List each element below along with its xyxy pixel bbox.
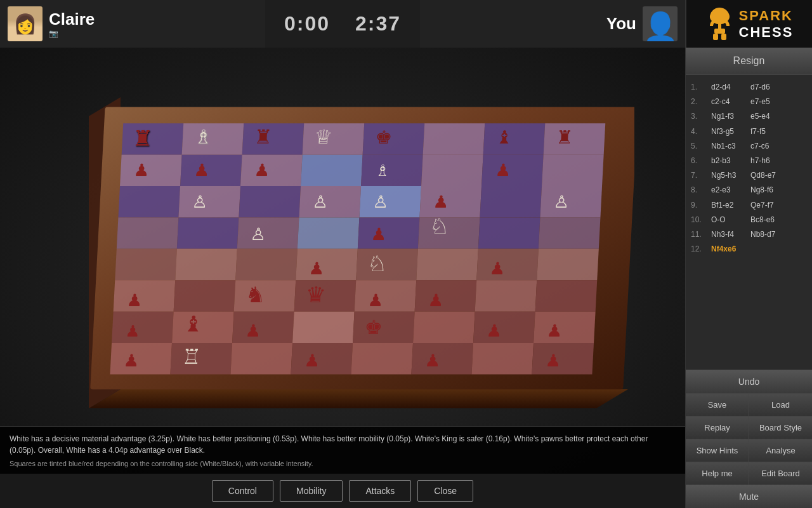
mute-button[interactable]: Mute [686,485,812,508]
move-num-3: 3. [691,110,709,123]
move-white-1: d2-d4 [711,81,748,93]
svg-rect-65 [291,343,353,374]
control-button[interactable]: Control [212,480,273,502]
svg-rect-54 [112,312,174,343]
svg-rect-16 [240,155,303,186]
svg-rect-25 [299,186,361,217]
svg-rect-60 [473,312,535,343]
move-black-4: f7-f5 [750,126,787,138]
save-load-row: Save Load [686,393,812,416]
player-silhouette-icon: 👤 [643,13,678,41]
hints-analyse-row: Show Hints Analyse [686,439,812,462]
move-white-6: b2-b3 [711,155,748,167]
svg-text:♝: ♝ [495,127,513,147]
move-black-2: e7-e5 [750,96,787,108]
svg-text:♟: ♟ [544,352,561,370]
move-row-12: 12. Nf4xe6 [688,242,809,257]
move-num-4: 4. [691,126,709,138]
move-num-10: 10. [691,214,709,226]
move-row-1: 1. d2-d4 d7-d6 [688,80,809,95]
svg-rect-67 [411,343,473,374]
close-button[interactable]: Close [417,480,473,502]
svg-text:♟: ♟ [193,161,209,180]
hint-text: Squares are tinted blue/red depending on… [10,460,676,467]
svg-text:♟: ♟ [122,352,139,370]
svg-rect-26 [359,186,421,217]
svg-rect-1 [713,34,718,40]
svg-text:♙: ♙ [372,193,389,211]
svg-rect-18 [361,155,423,186]
timer-section: 0:00 2:37 [265,0,420,48]
move-white-5: Nb1-c3 [711,140,748,152]
opponent-icon: 📷 [49,29,95,38]
help-me-button[interactable]: Help me [686,462,749,485]
svg-text:♙: ♙ [553,193,570,211]
player-name: You [606,14,636,34]
mobility-button[interactable]: Mobility [280,480,343,502]
move-black-7: Qd8-e7 [750,170,787,182]
analysis-text: White has a decisive material advantage … [10,433,676,456]
replay-button[interactable]: Replay [686,417,749,439]
header: 👩 Claire 📷 0:00 2:37 You 👤 [0,0,812,48]
svg-text:♟: ♟ [427,291,443,310]
svg-rect-2 [721,34,726,40]
undo-button[interactable]: Undo [686,370,812,393]
svg-rect-62 [110,343,172,374]
svg-rect-11 [423,123,485,154]
svg-rect-37 [539,217,601,248]
move-black-6: h7-h6 [750,155,787,167]
move-white-4: Nf3-g5 [711,126,748,138]
resign-button[interactable]: Resign [686,48,812,75]
chess-board-wrapper[interactable]: ♜ ♜ ♚ ♝ ♜ ♗ ♕ ♟ ♟ ♟ [0,48,685,426]
move-num-2: 2. [691,96,709,108]
svg-rect-53 [535,280,598,311]
attacks-button[interactable]: Attacks [349,480,411,502]
move-num-9: 9. [691,199,709,211]
svg-rect-46 [114,280,176,311]
svg-marker-3 [89,389,628,408]
svg-rect-9 [303,123,365,154]
svg-text:♜: ♜ [556,127,573,147]
svg-rect-44 [476,249,539,280]
svg-text:♙: ♙ [312,193,329,211]
svg-rect-61 [534,312,596,343]
opponent-name: Claire [49,10,95,29]
chess-board-svg[interactable]: ♜ ♜ ♚ ♝ ♜ ♗ ♕ ♟ ♟ ♟ [51,65,634,411]
show-hints-button[interactable]: Show Hints [686,439,749,462]
brand-chess-text: CHESS [739,24,794,41]
svg-text:♗: ♗ [374,162,390,179]
svg-text:♟: ♟ [367,291,383,310]
svg-text:♟: ♟ [489,259,506,277]
move-white-9: Bf1-e2 [711,199,748,211]
opponent-info: Claire 📷 [49,10,95,38]
move-black-11: Nb8-d7 [750,229,787,241]
move-black-8: Ng8-f6 [750,184,787,196]
bottom-buttons-row: Control Mobility Attacks Close [0,474,685,508]
edit-board-button[interactable]: Edit Board [749,462,812,485]
svg-text:♙: ♙ [192,193,208,211]
analyse-button[interactable]: Analyse [749,439,812,462]
svg-rect-30 [117,217,179,248]
svg-text:♚: ♚ [375,127,393,147]
svg-rect-15 [180,155,242,186]
move-row-9: 9. Bf1-e2 Qe7-f7 [688,198,809,213]
svg-text:♟: ♟ [424,352,440,370]
save-button[interactable]: Save [686,394,749,416]
opponent-avatar: 👩 [8,6,43,41]
svg-rect-23 [178,186,240,217]
svg-rect-64 [230,343,292,374]
brand-spark-text: SPARK [739,8,794,24]
move-black-10: Bc8-e6 [750,214,787,226]
svg-text:♟: ♟ [494,161,511,180]
svg-rect-24 [239,186,301,217]
player-info: You [606,14,636,34]
move-num-12: 12. [691,243,709,255]
svg-rect-21 [542,155,604,186]
board-style-button[interactable]: Board Style [749,417,812,439]
svg-text:♟: ♟ [126,291,142,310]
move-num-6: 6. [691,155,709,167]
load-button[interactable]: Load [749,394,812,416]
move-white-10: O-O [711,214,748,226]
svg-text:♕: ♕ [314,126,333,147]
opponent-timer: 0:00 [284,12,330,36]
